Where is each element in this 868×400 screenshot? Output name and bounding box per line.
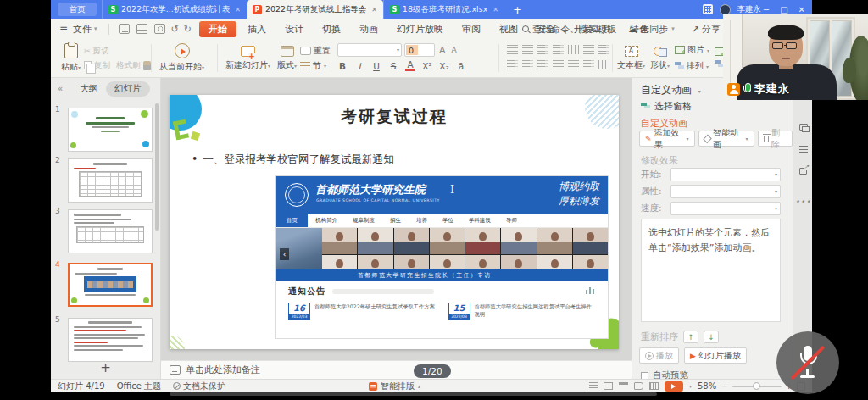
print-icon[interactable] (136, 24, 147, 34)
share-pane-icon[interactable] (797, 164, 810, 177)
menu-item[interactable]: 插入 (240, 21, 274, 37)
justify-icon[interactable] (553, 60, 564, 69)
columns-icon[interactable] (568, 45, 579, 54)
grow-font-icon[interactable]: A (437, 45, 448, 56)
sync-status[interactable]: ☁ 未同步 ▾ (628, 23, 680, 36)
reset-button[interactable]: 重置 (300, 45, 331, 57)
properties-pane-icon[interactable] (797, 142, 810, 155)
save-icon[interactable] (119, 24, 130, 34)
play-from-current-button[interactable]: 从当前开始▾ (156, 39, 208, 77)
tab-close-icon[interactable]: ✕ (235, 6, 241, 14)
hamburger-icon[interactable]: ≡ (59, 23, 68, 35)
new-slide-button[interactable]: 新建幻灯片▾ (222, 39, 274, 77)
apps-grid-icon[interactable] (703, 4, 713, 14)
text-box-button[interactable]: A 文本框▾ (617, 39, 645, 77)
menu-item[interactable]: 审阅 (454, 21, 488, 37)
subscript-icon[interactable]: X₂ (439, 61, 449, 71)
selection-pane-button[interactable]: 选择窗格 (641, 100, 692, 113)
document-tab[interactable]: S 18级各班考研情况.xlsx ✕ (383, 0, 504, 19)
menu-item[interactable]: 动画 (352, 21, 386, 37)
bullets-icon[interactable] (507, 45, 518, 54)
layout-button[interactable]: 版式▾ (274, 39, 300, 77)
reading-view-icon[interactable] (634, 382, 643, 390)
underline-icon[interactable]: U (371, 61, 381, 71)
bold-icon[interactable]: B (337, 61, 348, 71)
increase-indent-icon[interactable] (553, 45, 564, 54)
switch-pane-icon[interactable] (797, 120, 810, 133)
new-tab-button[interactable]: + (513, 3, 522, 16)
delete-effect-button[interactable]: 删除 (758, 131, 793, 147)
tab-close-icon[interactable]: ✕ (492, 6, 498, 14)
collapse-panel-icon[interactable]: « (58, 84, 63, 93)
notes-view-icon[interactable] (589, 382, 598, 390)
document-protection[interactable]: 文档未保护 (173, 381, 225, 392)
slideshow-play-button[interactable]: ▶ 幻灯片播放 (684, 347, 747, 364)
strikethrough-icon[interactable]: S (388, 61, 398, 71)
home-tab[interactable]: 首页 (58, 3, 97, 16)
copy-button[interactable]: 复制 格式刷 (84, 60, 151, 71)
slideshow-view-icon[interactable] (649, 382, 659, 390)
menu-item[interactable]: 切换 (314, 21, 348, 37)
decrease-indent-icon[interactable] (537, 45, 548, 54)
move-up-button[interactable]: ↑ (683, 331, 698, 343)
zoom-level[interactable]: 58% (698, 381, 716, 391)
slide-thumbnail-4-selected[interactable] (68, 263, 153, 307)
text-align-vertical-icon[interactable] (598, 60, 609, 69)
line-spacing-icon[interactable] (598, 45, 609, 54)
tab-close-icon[interactable]: ✕ (371, 6, 377, 14)
align-left-icon[interactable] (507, 60, 518, 69)
bottom-scrollbar[interactable] (170, 392, 657, 396)
font-color-icon[interactable]: A (405, 60, 415, 71)
distribute-icon[interactable] (568, 60, 579, 69)
superscript-icon[interactable]: X² (422, 61, 432, 71)
redo-icon[interactable]: ↻ (184, 24, 192, 35)
thumbnails-scrollbar[interactable] (155, 103, 159, 231)
move-down-button[interactable]: ↓ (704, 331, 719, 343)
paste-button[interactable]: 粘贴▾ (58, 39, 84, 77)
pinyin-guide-icon[interactable]: ā (456, 61, 466, 71)
numbering-icon[interactable] (522, 45, 533, 54)
current-slide[interactable]: 考研复试过程 •一、登录报考学校官网了解复试最新通知 首都师范大学研究生院 GR… (170, 95, 619, 349)
slide-thumbnail-2[interactable] (68, 158, 153, 203)
file-menu[interactable]: 文件 (73, 23, 92, 36)
zoom-out-button[interactable]: − (721, 381, 727, 391)
font-name-combo[interactable] (337, 43, 402, 57)
menu-item[interactable]: 设计 (277, 21, 311, 37)
slide-sorter-icon[interactable] (619, 382, 628, 390)
more-panes-icon[interactable]: ••• (797, 195, 810, 208)
print-preview-icon[interactable] (154, 24, 165, 34)
document-tab[interactable]: S 2022年农学...初试成绩统计表 ✕ (102, 0, 247, 19)
close-button[interactable]: ✕ (798, 5, 805, 14)
share-button[interactable]: ↗ 分享 (692, 23, 721, 36)
align-center-icon[interactable] (522, 60, 533, 69)
align-right-icon[interactable] (537, 60, 548, 69)
zoom-slider-knob[interactable] (753, 382, 760, 390)
cut-button[interactable]: ✂ 剪切 (84, 46, 151, 57)
slide-thumbnail-1[interactable] (68, 108, 153, 152)
speed-combo[interactable] (670, 202, 781, 215)
add-effect-button[interactable]: ✎ 添加效果 ▾ (639, 131, 695, 147)
format-painter-button[interactable]: 格式刷 (116, 60, 141, 71)
menu-item[interactable]: 开始 (199, 21, 236, 37)
smart-layout-button[interactable]: 智能排版 ▴ (369, 380, 420, 392)
slide-thumbnail-5[interactable] (68, 318, 153, 362)
italic-icon[interactable]: I (354, 61, 364, 71)
start-combo[interactable] (670, 168, 781, 181)
section-button[interactable]: 节 ▾ (300, 60, 331, 72)
slides-tab[interactable]: 幻灯片 (106, 81, 150, 97)
document-tab[interactable]: P 2022年考研复试线上指导会 ✕ (247, 0, 383, 19)
slideshow-start-button[interactable] (665, 381, 683, 392)
smart-animation-button[interactable]: 智能动画 ▾ (698, 131, 754, 147)
outline-tab[interactable]: 大纲 (71, 81, 106, 97)
font-size-combo[interactable]: 0 (404, 43, 435, 57)
file-caret-icon[interactable]: ▾ (94, 25, 97, 32)
arrange-button[interactable]: 排列 ▾ (675, 60, 709, 72)
slideshow-options-caret[interactable]: ▾ (689, 383, 692, 389)
add-slide-button[interactable]: + (51, 360, 160, 375)
command-search[interactable]: 查找命令、搜索模板 (522, 23, 616, 36)
zoom-slider[interactable] (732, 386, 782, 387)
minimize-button[interactable]: − (763, 5, 770, 14)
menu-item[interactable]: 视图 (492, 21, 526, 37)
notes-bar[interactable]: 单击此处添加备注 (161, 360, 632, 379)
play-button[interactable]: 播放 (639, 347, 679, 364)
